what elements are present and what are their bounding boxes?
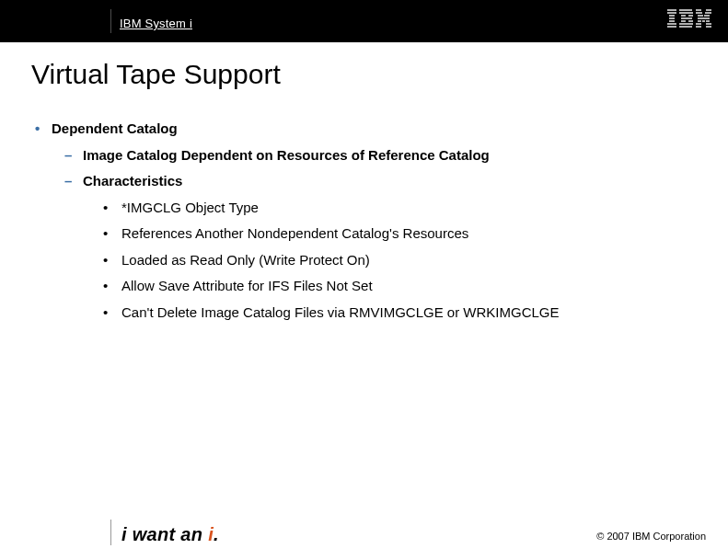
svg-rect-27	[706, 23, 711, 25]
svg-rect-19	[705, 12, 711, 14]
svg-rect-20	[698, 15, 703, 17]
bullet-level1: • Dependent Catalog	[35, 116, 700, 143]
bullet-level3: • Loaded as Read Only (Write Protect On)	[35, 247, 700, 274]
svg-rect-14	[679, 23, 693, 25]
svg-rect-21	[704, 15, 710, 17]
bullet-text: Can't Delete Image Catalog Files via RMV…	[121, 300, 560, 326]
bullet-dot-icon: •	[103, 273, 121, 300]
svg-rect-11	[681, 17, 692, 19]
bullet-text: Allow Save Attribute for IFS Files Not S…	[121, 273, 373, 300]
tagline-suffix: .	[214, 524, 219, 544]
bullet-dash-icon: –	[64, 168, 83, 195]
svg-rect-4	[669, 20, 675, 22]
svg-rect-23	[698, 20, 701, 22]
tagline-prefix: i want an	[121, 524, 208, 544]
bullet-level3: • Allow Save Attribute for IFS Files Not…	[35, 273, 700, 300]
bullet-level2: – Image Catalog Dependent on Resources o…	[35, 143, 700, 169]
bullet-level3: • *IMGCLG Object Type	[35, 195, 700, 222]
bullet-dot-icon: •	[103, 195, 121, 222]
svg-rect-18	[696, 12, 702, 14]
svg-rect-8	[679, 12, 693, 14]
svg-rect-26	[696, 23, 701, 25]
svg-rect-15	[679, 26, 692, 28]
bullet-text: Loaded as Read Only (Write Protect On)	[121, 247, 370, 274]
bullet-level2: – Characteristics	[35, 168, 700, 195]
svg-rect-5	[667, 23, 676, 25]
svg-rect-29	[706, 26, 711, 28]
svg-rect-28	[696, 26, 701, 28]
slide-content: • Dependent Catalog – Image Catalog Depe…	[0, 90, 728, 326]
svg-rect-0	[667, 9, 676, 11]
copyright: © 2007 IBM Corporation	[596, 531, 706, 542]
svg-rect-12	[681, 20, 686, 22]
footer-divider	[110, 520, 111, 545]
svg-rect-10	[688, 15, 693, 17]
svg-rect-24	[702, 20, 705, 22]
footer-bar: i want an i. © 2007 IBM Corporation	[0, 510, 728, 547]
svg-rect-16	[696, 9, 701, 11]
bullet-level3: • Can't Delete Image Catalog Files via R…	[35, 300, 700, 326]
svg-rect-17	[706, 9, 711, 11]
ibm-logo-icon	[667, 9, 711, 31]
bullet-text: Dependent Catalog	[52, 116, 178, 143]
bullet-dot-icon: •	[103, 221, 121, 247]
svg-rect-2	[669, 15, 675, 17]
svg-rect-7	[679, 9, 692, 11]
bullet-text: References Another Nondependent Catalog'…	[121, 221, 468, 247]
bullet-text: *IMGCLG Object Type	[121, 195, 259, 222]
svg-rect-6	[667, 26, 676, 28]
tagline: i want an i.	[121, 524, 219, 545]
bullet-text: Image Catalog Dependent on Resources of …	[83, 143, 490, 169]
svg-rect-3	[669, 17, 675, 19]
svg-rect-13	[688, 20, 693, 22]
svg-rect-9	[681, 15, 686, 17]
product-line: IBM System i	[120, 17, 192, 30]
svg-rect-25	[706, 20, 710, 22]
svg-rect-1	[667, 12, 676, 14]
bullet-dot-icon: •	[103, 247, 121, 274]
svg-rect-22	[698, 17, 710, 19]
bullet-text: Characteristics	[83, 168, 182, 195]
header-divider	[110, 9, 111, 33]
bullet-dot-icon: •	[103, 300, 121, 326]
header-bar: IBM System i	[0, 0, 728, 42]
bullet-dash-icon: –	[64, 143, 83, 169]
bullet-level3: • References Another Nondependent Catalo…	[35, 221, 700, 247]
page-title: Virtual Tape Support	[0, 42, 728, 90]
bullet-dot-icon: •	[35, 116, 52, 143]
